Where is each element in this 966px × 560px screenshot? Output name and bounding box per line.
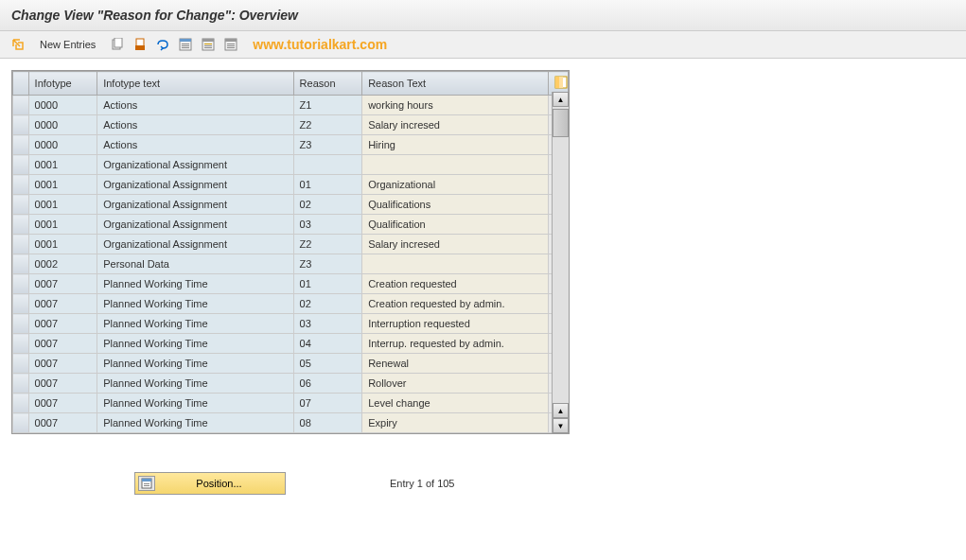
cell-reason[interactable]: Z3	[293, 254, 362, 274]
cell-reason-text[interactable]	[362, 254, 549, 274]
row-selector[interactable]	[13, 215, 29, 235]
cell-reason[interactable]: 05	[293, 354, 362, 374]
cell-infotype[interactable]: 0000	[28, 96, 97, 115]
cell-infotype-text[interactable]: Planned Working Time	[97, 314, 293, 334]
cell-infotype-text[interactable]: Actions	[97, 96, 293, 115]
new-entries-button[interactable]: New Entries	[32, 37, 103, 52]
vertical-scrollbar[interactable]: ▲ ▲ ▼	[552, 92, 569, 433]
cell-reason-text[interactable]: Creation requested	[362, 274, 549, 294]
cell-reason-text[interactable]: Salary incresed	[362, 115, 549, 135]
cell-reason[interactable]: 03	[293, 314, 362, 334]
cell-reason-text[interactable]: working hours	[362, 96, 549, 115]
cell-reason-text[interactable]: Interrup. requested by admin.	[362, 334, 549, 354]
cell-infotype[interactable]: 0000	[28, 135, 97, 155]
cell-reason-text[interactable]: Interruption requested	[362, 314, 549, 334]
position-button[interactable]: Position...	[134, 472, 286, 495]
cell-infotype[interactable]: 0007	[28, 294, 97, 314]
row-selector[interactable]	[13, 254, 29, 274]
delete-icon[interactable]	[132, 36, 149, 53]
table-row[interactable]: 0007Planned Working Time08Expiry	[13, 413, 569, 433]
cell-reason[interactable]: Z1	[293, 96, 362, 115]
table-row[interactable]: 0007Planned Working Time07Level change	[13, 394, 569, 413]
cell-reason-text[interactable]: Rollover	[362, 374, 549, 394]
cell-reason-text[interactable]: Expiry	[362, 413, 549, 433]
cell-infotype[interactable]: 0002	[28, 254, 97, 274]
cell-infotype-text[interactable]: Planned Working Time	[97, 274, 293, 294]
deselect-all-icon[interactable]	[222, 36, 239, 53]
cell-infotype-text[interactable]: Planned Working Time	[97, 394, 293, 413]
cell-infotype-text[interactable]: Actions	[97, 115, 293, 135]
table-row[interactable]: 0000ActionsZ3Hiring	[13, 135, 569, 155]
cell-infotype[interactable]: 0001	[28, 215, 97, 235]
select-block-icon[interactable]	[200, 36, 217, 53]
table-row[interactable]: 0000ActionsZ2Salary incresed	[13, 115, 569, 135]
cell-reason[interactable]: 01	[293, 274, 362, 294]
row-selector[interactable]	[13, 274, 29, 294]
cell-reason-text[interactable]: Level change	[362, 394, 549, 413]
cell-infotype-text[interactable]: Planned Working Time	[97, 334, 293, 354]
cell-reason[interactable]	[293, 155, 362, 175]
cell-infotype[interactable]: 0000	[28, 115, 97, 135]
cell-infotype[interactable]: 0001	[28, 235, 97, 254]
table-row[interactable]: 0007Planned Working Time03Interruption r…	[13, 314, 569, 334]
select-all-icon[interactable]	[177, 36, 194, 53]
cell-reason[interactable]: Z2	[293, 235, 362, 254]
table-row[interactable]: 0002Personal DataZ3	[13, 254, 569, 274]
cell-reason-text[interactable]	[362, 155, 549, 175]
select-all-cell[interactable]	[13, 72, 29, 96]
cell-reason-text[interactable]: Organizational	[362, 175, 549, 195]
cell-infotype-text[interactable]: Actions	[97, 135, 293, 155]
undo-icon[interactable]	[154, 36, 171, 53]
cell-infotype-text[interactable]: Planned Working Time	[97, 413, 293, 433]
copy-icon[interactable]	[109, 36, 126, 53]
row-selector[interactable]	[13, 413, 29, 433]
row-selector[interactable]	[13, 155, 29, 175]
header-infotype-text[interactable]: Infotype text	[97, 72, 293, 96]
table-row[interactable]: 0000ActionsZ1working hours	[13, 96, 569, 115]
row-selector[interactable]	[13, 135, 29, 155]
row-selector[interactable]	[13, 195, 29, 215]
cell-reason-text[interactable]: Renewal	[362, 354, 549, 374]
cell-infotype-text[interactable]: Planned Working Time	[97, 294, 293, 314]
table-row[interactable]: 0001Organizational Assignment	[13, 155, 569, 175]
cell-infotype[interactable]: 0001	[28, 155, 97, 175]
cell-reason[interactable]: Z3	[293, 135, 362, 155]
cell-infotype[interactable]: 0007	[28, 354, 97, 374]
table-row[interactable]: 0007Planned Working Time02Creation reque…	[13, 294, 569, 314]
cell-reason-text[interactable]: Qualification	[362, 215, 549, 235]
cell-infotype[interactable]: 0007	[28, 394, 97, 413]
row-selector[interactable]	[13, 354, 29, 374]
row-selector[interactable]	[13, 235, 29, 254]
row-selector[interactable]	[13, 394, 29, 413]
table-row[interactable]: 0001Organizational Assignment01Organizat…	[13, 175, 569, 195]
header-reason-text[interactable]: Reason Text	[362, 72, 549, 96]
table-row[interactable]: 0001Organizational Assignment03Qualifica…	[13, 215, 569, 235]
cell-infotype-text[interactable]: Organizational Assignment	[97, 215, 293, 235]
scroll-thumb[interactable]	[553, 109, 569, 137]
cell-infotype-text[interactable]: Organizational Assignment	[97, 195, 293, 215]
cell-infotype-text[interactable]: Planned Working Time	[97, 374, 293, 394]
cell-reason[interactable]: 03	[293, 215, 362, 235]
cell-infotype[interactable]: 0007	[28, 274, 97, 294]
row-selector[interactable]	[13, 175, 29, 195]
cell-reason[interactable]: 08	[293, 413, 362, 433]
cell-reason[interactable]: 06	[293, 374, 362, 394]
table-row[interactable]: 0007Planned Working Time04Interrup. requ…	[13, 334, 569, 354]
header-infotype[interactable]: Infotype	[28, 72, 97, 96]
cell-reason[interactable]: 04	[293, 334, 362, 354]
cell-reason-text[interactable]: Qualifications	[362, 195, 549, 215]
cell-infotype[interactable]: 0001	[28, 175, 97, 195]
cell-infotype-text[interactable]: Organizational Assignment	[97, 235, 293, 254]
row-selector[interactable]	[13, 96, 29, 115]
cell-infotype-text[interactable]: Organizational Assignment	[97, 155, 293, 175]
row-selector[interactable]	[13, 294, 29, 314]
row-selector[interactable]	[13, 334, 29, 354]
cell-infotype[interactable]: 0007	[28, 374, 97, 394]
cell-infotype-text[interactable]: Planned Working Time	[97, 354, 293, 374]
cell-reason[interactable]: 02	[293, 195, 362, 215]
scroll-down-arrow-2[interactable]: ▼	[553, 418, 569, 433]
header-reason[interactable]: Reason	[293, 72, 362, 96]
cell-reason[interactable]: 01	[293, 175, 362, 195]
scroll-down-arrow[interactable]: ▲	[553, 403, 569, 418]
cell-infotype[interactable]: 0007	[28, 314, 97, 334]
